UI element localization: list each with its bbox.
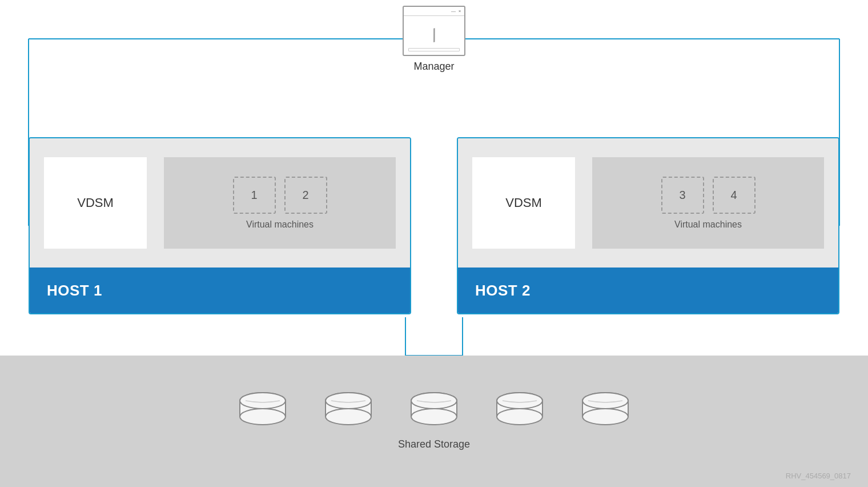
manager-slash-icon: / xyxy=(429,26,439,45)
host-1-vms-container: 1 2 Virtual machines xyxy=(164,157,396,249)
disk-svg-4 xyxy=(494,393,545,427)
svg-point-14 xyxy=(240,409,286,425)
host-1-name: HOST 1 xyxy=(47,282,102,300)
host-2-panel: VDSM 3 4 Virtual machines HOST 2 xyxy=(457,137,839,314)
disk-svg-5 xyxy=(580,393,631,427)
disk-icon-1 xyxy=(237,393,288,427)
host-1-footer: HOST 1 xyxy=(30,268,410,313)
host-1-panel: VDSM 1 2 Virtual machines HOST 1 xyxy=(29,137,411,314)
host-2-name: HOST 2 xyxy=(475,282,531,300)
host-1-vdsm-label: VDSM xyxy=(77,195,114,210)
host-2-vdsm-label: VDSM xyxy=(505,195,542,210)
host-2-vm-boxes-row: 3 4 xyxy=(661,177,756,214)
manager-label: Manager xyxy=(413,61,454,73)
disk-svg-3 xyxy=(408,393,460,427)
host-1-vms-label: Virtual machines xyxy=(246,219,314,230)
host-2-vms-container: 3 4 Virtual machines xyxy=(592,157,824,249)
host-2-footer: HOST 2 xyxy=(458,268,838,313)
svg-point-38 xyxy=(582,409,628,425)
minimize-btn: — xyxy=(451,9,456,14)
svg-point-26 xyxy=(411,409,457,425)
host-2-vms-label: Virtual machines xyxy=(674,219,742,230)
shared-storage-area: Shared Storage xyxy=(0,356,868,487)
host-2-vm-4: 4 xyxy=(713,177,756,214)
close-btn: × xyxy=(457,9,462,14)
disk-svg-2 xyxy=(323,393,374,427)
host-1-vm-2: 2 xyxy=(284,177,327,214)
watermark: RHV_454569_0817 xyxy=(786,472,851,480)
shared-storage-label: Shared Storage xyxy=(398,438,470,450)
disk-svg-1 xyxy=(237,393,288,427)
host-1-content: VDSM 1 2 Virtual machines xyxy=(30,138,410,268)
svg-point-32 xyxy=(497,409,542,425)
disk-icon-2 xyxy=(323,393,374,427)
host-2-vm-3: 3 xyxy=(661,177,704,214)
host-1-vm-boxes-row: 1 2 xyxy=(233,177,327,214)
host-1-vm-1: 1 xyxy=(233,177,276,214)
svg-point-20 xyxy=(326,409,371,425)
manager-titlebar: — × xyxy=(404,7,464,16)
host-2-vdsm-box: VDSM xyxy=(472,157,575,249)
manager-component: — × / Manager xyxy=(397,6,471,74)
manager-window: — × / xyxy=(403,6,465,56)
host-1-vdsm-box: VDSM xyxy=(44,157,147,249)
manager-footer-bar xyxy=(408,48,460,51)
host-2-content: VDSM 3 4 Virtual machines xyxy=(458,138,838,268)
disk-icon-3 xyxy=(408,393,460,427)
hosts-row: VDSM 1 2 Virtual machines HOST 1 VDSM xyxy=(29,137,839,314)
diagram-container: — × / Manager VDSM 1 xyxy=(0,0,868,487)
storage-disks-row xyxy=(237,393,631,427)
disk-icon-4 xyxy=(494,393,545,427)
disk-icon-5 xyxy=(580,393,631,427)
